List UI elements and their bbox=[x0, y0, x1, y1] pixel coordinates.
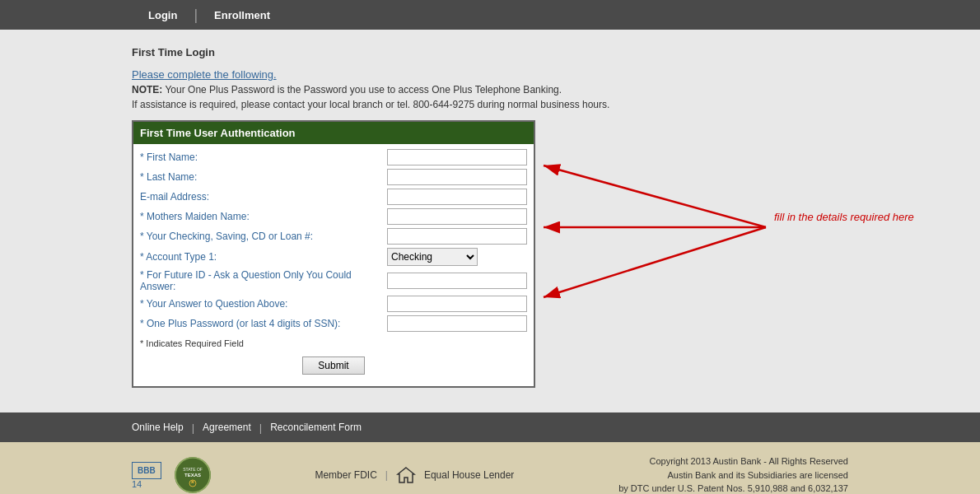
footer-pipe-2: | bbox=[259, 422, 262, 434]
bbb-box: BBB bbox=[132, 462, 161, 479]
page-title: First Time Login bbox=[132, 46, 848, 58]
annotation-area: fill in the details required here bbox=[535, 120, 931, 367]
content-area: First Time User Authentication * First N… bbox=[132, 120, 848, 388]
account-number-row: * Your Checking, Saving, CD or Loan #: bbox=[140, 228, 527, 245]
top-navigation: Login | Enrollment bbox=[0, 0, 980, 30]
svg-marker-9 bbox=[398, 468, 414, 482]
footer-right: Copyright 2013 Austin Bank - All Rights … bbox=[618, 454, 848, 494]
last-name-row: * Last Name: bbox=[140, 169, 527, 185]
password-label: * One Plus Password (or last 4 digits of… bbox=[140, 318, 387, 329]
member-fdic-text: Member FDIC bbox=[315, 469, 376, 481]
bottom-footer: BBB 14 STATE OF TEXAS Member FDIC | Equa… bbox=[0, 442, 980, 494]
equal-house-icon bbox=[396, 466, 416, 484]
first-name-label: * First Name: bbox=[140, 151, 387, 163]
intro-complete: Please complete the following. bbox=[132, 68, 848, 81]
enrollment-tab[interactable]: Enrollment bbox=[198, 9, 287, 21]
svg-line-0 bbox=[544, 165, 766, 227]
equal-house-text: Equal House Lender bbox=[424, 469, 514, 481]
answer-label: * Your Answer to Question Above: bbox=[140, 298, 387, 310]
footer-navigation: Online Help | Agreement | Reconcilement … bbox=[0, 412, 980, 442]
texas-seal: STATE OF TEXAS bbox=[175, 457, 211, 493]
copyright-line3: by DTC under U.S. Patent Nos. 5,910,988 … bbox=[618, 482, 848, 494]
account-type-row: * Account Type 1: Checking Saving CD Loa… bbox=[140, 248, 527, 266]
password-input[interactable] bbox=[387, 315, 527, 332]
last-name-input[interactable] bbox=[387, 169, 527, 185]
account-type-select[interactable]: Checking Saving CD Loan bbox=[387, 248, 478, 266]
bbb-number: 14 bbox=[132, 479, 161, 489]
footer-middle: Member FDIC | Equal House Lender bbox=[315, 466, 514, 484]
copyright-line2: Austin Bank and its Subsidiaries are lic… bbox=[618, 468, 848, 482]
footer-pipe-1: | bbox=[192, 422, 194, 434]
answer-input[interactable] bbox=[387, 296, 527, 312]
login-tab[interactable]: Login bbox=[132, 9, 194, 21]
form-box: First Time User Authentication * First N… bbox=[132, 120, 535, 388]
answer-row: * Your Answer to Question Above: bbox=[140, 296, 527, 312]
footer-left: BBB 14 STATE OF TEXAS bbox=[132, 457, 211, 493]
intro-note: NOTE: Your One Plus Password is the Pass… bbox=[132, 84, 848, 96]
annotation-text: fill in the details required here bbox=[774, 211, 914, 223]
last-name-label: * Last Name: bbox=[140, 171, 387, 183]
intro-contact: If assistance is required, please contac… bbox=[132, 99, 848, 110]
email-row: E-mail Address: bbox=[140, 189, 527, 205]
account-number-label: * Your Checking, Saving, CD or Loan #: bbox=[140, 231, 387, 242]
form-body: * First Name: * Last Name: E-mail Addres… bbox=[133, 144, 534, 386]
maiden-name-label: * Mothers Maiden Name: bbox=[140, 211, 387, 222]
first-name-row: * First Name: bbox=[140, 149, 527, 165]
reconcilement-link[interactable]: Reconcilement Form bbox=[270, 422, 362, 433]
security-question-row: * For Future ID - Ask a Question Only Yo… bbox=[140, 269, 527, 292]
security-question-label: * For Future ID - Ask a Question Only Yo… bbox=[140, 269, 387, 292]
bbb-logo: BBB 14 bbox=[132, 462, 161, 489]
email-input[interactable] bbox=[387, 189, 527, 205]
agreement-link[interactable]: Agreement bbox=[203, 422, 251, 433]
online-help-link[interactable]: Online Help bbox=[132, 422, 184, 433]
account-type-label: * Account Type 1: bbox=[140, 251, 387, 263]
main-content: First Time Login Please complete the fol… bbox=[0, 30, 980, 412]
first-name-input[interactable] bbox=[387, 149, 527, 165]
svg-text:TEXAS: TEXAS bbox=[184, 473, 201, 478]
footer-middle-pipe: | bbox=[385, 469, 388, 481]
email-label: E-mail Address: bbox=[140, 191, 387, 203]
submit-button[interactable]: Submit bbox=[302, 357, 364, 375]
complete-link: Please complete the following. bbox=[132, 68, 277, 81]
bbb-label: BBB bbox=[138, 466, 156, 475]
arrows-svg bbox=[535, 120, 931, 367]
required-note: * Indicates Required Field bbox=[140, 338, 527, 348]
account-number-input[interactable] bbox=[387, 228, 527, 245]
password-row: * One Plus Password (or last 4 digits of… bbox=[140, 315, 527, 332]
maiden-name-input[interactable] bbox=[387, 208, 527, 225]
svg-text:STATE OF: STATE OF bbox=[183, 467, 203, 472]
maiden-name-row: * Mothers Maiden Name: bbox=[140, 208, 527, 225]
svg-line-2 bbox=[544, 227, 766, 297]
submit-area: Submit bbox=[140, 357, 527, 375]
form-header: First Time User Authentication bbox=[133, 122, 534, 144]
security-question-input[interactable] bbox=[387, 273, 527, 289]
copyright-line1: Copyright 2013 Austin Bank - All Rights … bbox=[618, 454, 848, 468]
